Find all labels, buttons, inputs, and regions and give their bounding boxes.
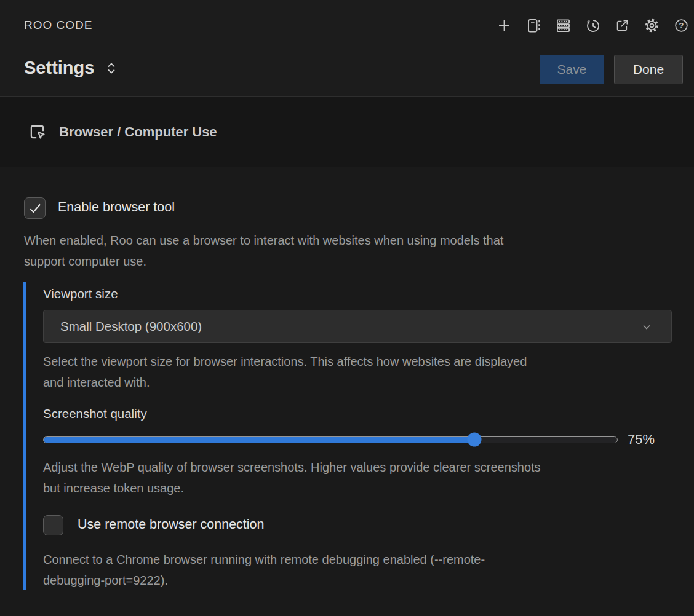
server-button[interactable] xyxy=(552,14,573,37)
section-header: Browser / Computer Use xyxy=(0,97,694,167)
enable-browser-checkbox[interactable] xyxy=(24,197,46,219)
screenshot-quality-description: Adjust the WebP quality of browser scree… xyxy=(43,457,541,499)
quality-slider-track[interactable] xyxy=(43,436,618,443)
viewport-size-select[interactable]: Small Desktop (900x600) xyxy=(43,310,672,343)
remote-browser-description: Connect to a Chrome browser running with… xyxy=(43,549,485,591)
notepad-button[interactable] xyxy=(523,14,544,37)
help-button[interactable]: ? xyxy=(671,14,692,37)
settings-title-row: Settings xyxy=(24,58,118,78)
app-title: ROO CODE xyxy=(24,18,92,32)
save-button[interactable]: Save xyxy=(540,55,604,84)
quality-slider-fill xyxy=(44,437,474,443)
quality-slider[interactable] xyxy=(43,432,618,447)
screenshot-quality-label: Screenshot quality xyxy=(43,406,147,421)
toolbar-actions: Save Done xyxy=(540,55,683,84)
svg-text:?: ? xyxy=(679,21,684,30)
remote-browser-checkbox[interactable] xyxy=(43,515,63,535)
enable-browser-label: Enable browser tool xyxy=(58,200,175,215)
chevron-down-icon xyxy=(639,320,654,337)
section-title: Browser / Computer Use xyxy=(59,124,217,140)
viewport-size-value: Small Desktop (900x600) xyxy=(60,319,202,334)
browser-options-group: Viewport size Small Desktop (900x600) Se… xyxy=(23,282,672,590)
page-title: Settings xyxy=(24,58,94,78)
plus-button[interactable] xyxy=(493,14,514,37)
open-external-button[interactable] xyxy=(612,14,632,37)
enable-browser-description: When enabled, Roo can use a browser to i… xyxy=(24,230,503,272)
gear-icon xyxy=(644,17,660,34)
viewport-size-description: Select the viewport size for browser int… xyxy=(43,351,527,393)
question-icon: ? xyxy=(673,17,690,34)
quality-slider-value: 75% xyxy=(628,432,655,447)
history-button[interactable] xyxy=(582,14,603,37)
history-icon xyxy=(584,17,601,34)
enable-browser-row xyxy=(24,197,46,219)
quality-slider-thumb[interactable] xyxy=(467,433,481,447)
open-external-icon xyxy=(614,17,631,34)
settings-section-dropdown[interactable] xyxy=(105,61,118,76)
topbar-icon-group: ? xyxy=(493,14,692,37)
settings-gear-button[interactable] xyxy=(641,14,662,37)
remote-browser-row xyxy=(43,515,63,535)
done-button[interactable]: Done xyxy=(614,55,683,84)
viewport-size-label: Viewport size xyxy=(43,286,118,301)
check-icon xyxy=(27,200,43,216)
notepad-icon xyxy=(525,17,542,34)
settings-content: Enable browser tool When enabled, Roo ca… xyxy=(0,167,694,616)
inspect-icon xyxy=(27,122,47,142)
server-icon xyxy=(555,17,572,34)
remote-browser-label: Use remote browser connection xyxy=(78,517,265,532)
plus-icon xyxy=(496,17,513,34)
chevron-up-down-icon xyxy=(105,61,118,76)
extension-topbar: ROO CODE xyxy=(0,0,694,97)
